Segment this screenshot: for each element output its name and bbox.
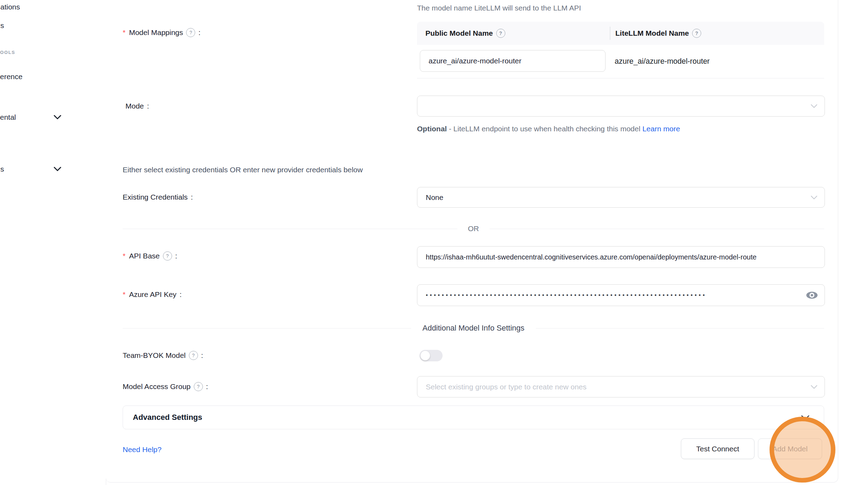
mode-helper-text: Optional - LiteLLM endpoint to use when …: [417, 122, 704, 136]
sidebar-item-fragment[interactable]: ations: [0, 1, 20, 13]
divider-line: [536, 328, 824, 328]
chevron-down-icon: [811, 195, 818, 200]
api-base-value: https://ishaa-mh6uutut-swedencentral.cog…: [417, 253, 760, 261]
label-colon: :: [175, 252, 177, 260]
or-divider-label: OR: [468, 224, 479, 233]
mode-label: Mode :: [125, 99, 149, 113]
chevron-down-icon: [811, 385, 818, 389]
existing-credentials-value: None: [417, 193, 443, 202]
azure-api-key-label: * Azure API Key :: [123, 288, 182, 301]
column-header-litellm-model-name: LiteLLM Model Name ?: [610, 29, 701, 38]
highlight-circle-annotation: [770, 417, 835, 483]
model-mappings-table: Public Model Name ? LiteLLM Model Name ?…: [417, 22, 824, 78]
field-label: Azure API Key: [129, 290, 176, 299]
help-icon[interactable]: ?: [194, 382, 203, 391]
sidebar-item-label: s: [0, 165, 4, 173]
azure-api-key-input[interactable]: ••••••••••••••••••••••••••••••••••••••••…: [417, 284, 825, 306]
team-byok-toggle[interactable]: [419, 350, 443, 361]
helper-body: - LiteLLM endpoint to use when health ch…: [447, 125, 642, 133]
help-icon[interactable]: ?: [163, 251, 172, 261]
model-access-group-label: Model Access Group ? :: [123, 380, 208, 393]
required-asterisk: *: [123, 252, 125, 260]
model-access-group-placeholder: Select existing groups or type to create…: [417, 383, 587, 391]
learn-more-link[interactable]: Learn more: [642, 125, 680, 133]
divider-line: [123, 328, 411, 328]
sidebar-item-fragment[interactable]: erence: [0, 71, 22, 83]
sidebar-item-label: ations: [0, 3, 20, 11]
divider-line: [490, 229, 824, 229]
label-colon: :: [147, 102, 149, 110]
sidebar-item-fragment[interactable]: s: [0, 20, 4, 32]
help-icon[interactable]: ?: [189, 351, 198, 360]
column-divider: [610, 27, 610, 40]
additional-settings-divider-label: Additional Model Info Settings: [422, 324, 524, 333]
sidebar-item-label: s: [0, 21, 4, 30]
column-header-public-model-name: Public Model Name ?: [417, 29, 610, 38]
required-asterisk: *: [123, 290, 125, 299]
litellm-model-name-value: azure_ai/azure-model-router: [615, 45, 710, 78]
api-base-label: * API Base ? :: [123, 249, 177, 263]
add-model-page: ations s TOOLS erence ental s The model …: [0, 0, 868, 485]
chevron-down-icon: [54, 167, 61, 172]
sidebar-item-fragment[interactable]: s: [0, 163, 4, 175]
help-icon[interactable]: ?: [692, 29, 701, 38]
model-access-group-select[interactable]: Select existing groups or type to create…: [417, 376, 825, 397]
sidebar-item-label: ental: [0, 113, 16, 122]
field-label: Existing Credentials: [123, 193, 188, 201]
model-mappings-label: * Model Mappings ? :: [123, 26, 200, 39]
chevron-down-icon: [54, 115, 61, 120]
label-colon: :: [206, 382, 208, 391]
sidebar-section-label: TOOLS: [0, 50, 15, 55]
required-asterisk: *: [123, 28, 125, 37]
table-row: azure_ai/azure-model-router azure_ai/azu…: [417, 45, 824, 78]
label-colon: :: [180, 290, 182, 299]
help-icon[interactable]: ?: [496, 29, 505, 38]
need-help-link[interactable]: Need Help?: [123, 443, 162, 456]
sidebar-section-tools: TOOLS: [0, 50, 15, 55]
advanced-settings-panel[interactable]: Advanced Settings: [123, 406, 824, 429]
eye-icon[interactable]: [806, 291, 818, 300]
field-label: API Base: [129, 252, 160, 260]
existing-credentials-select[interactable]: None: [417, 187, 825, 208]
api-base-input[interactable]: https://ishaa-mh6uutut-swedencentral.cog…: [417, 246, 825, 268]
field-label: Team-BYOK Model: [123, 351, 186, 360]
table-header-row: Public Model Name ? LiteLLM Model Name ?: [417, 22, 824, 45]
azure-api-key-masked-value: ••••••••••••••••••••••••••••••••••••••••…: [417, 292, 797, 299]
field-label: Model Access Group: [123, 382, 191, 391]
sidebar-item-label: erence: [0, 72, 22, 81]
field-label: Model Mappings: [129, 28, 183, 37]
help-icon[interactable]: ?: [186, 28, 195, 37]
public-model-name-value: azure_ai/azure-model-router: [420, 57, 521, 65]
advanced-settings-title: Advanced Settings: [133, 406, 202, 429]
existing-credentials-label: Existing Credentials :: [123, 190, 193, 204]
label-colon: :: [191, 193, 193, 201]
or-divider: OR: [123, 222, 824, 235]
public-model-name-input[interactable]: azure_ai/azure-model-router: [420, 50, 606, 72]
column-header-label: LiteLLM Model Name: [615, 29, 689, 37]
model-name-helper-text: The model name LiteLLM will send to the …: [417, 1, 581, 15]
test-connect-label: Test Connect: [696, 445, 739, 453]
credentials-note: Either select existing credentials OR en…: [123, 163, 363, 176]
toggle-knob: [421, 351, 430, 360]
field-label: Mode: [125, 102, 144, 110]
team-byok-label: Team-BYOK Model ? :: [123, 349, 203, 362]
chevron-down-icon: [811, 104, 818, 108]
test-connect-button[interactable]: Test Connect: [681, 438, 754, 459]
label-colon: :: [201, 351, 203, 360]
sidebar: ations s TOOLS erence ental s: [0, 0, 106, 485]
additional-settings-divider: Additional Model Info Settings: [123, 321, 824, 335]
column-header-label: Public Model Name: [425, 29, 493, 37]
label-colon: :: [198, 28, 200, 37]
mode-select[interactable]: [417, 96, 825, 117]
divider-line: [123, 229, 457, 229]
sidebar-item-fragment[interactable]: ental: [0, 111, 16, 123]
helper-bold: Optional: [417, 125, 447, 133]
